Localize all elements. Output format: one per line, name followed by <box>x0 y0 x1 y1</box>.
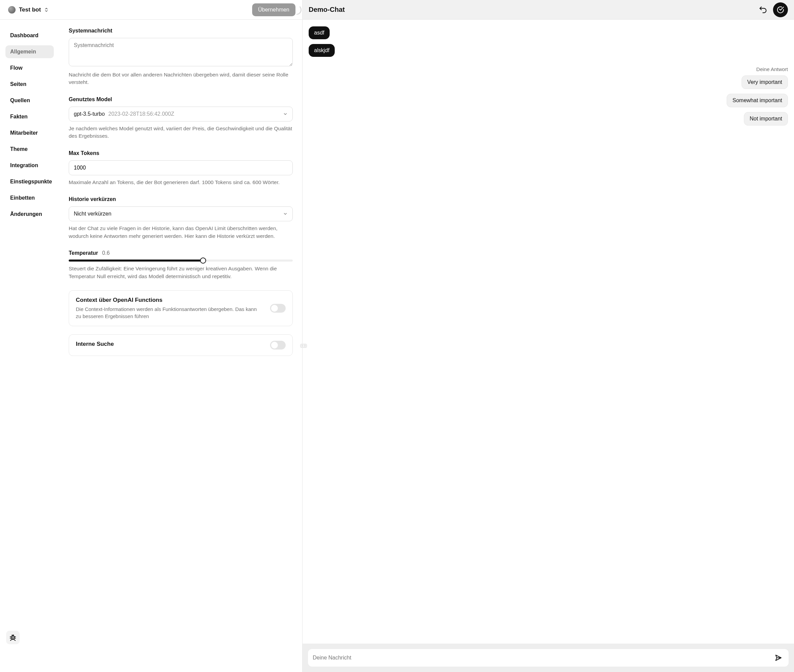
model-help: Je nachdem welches Model genutzt wird, v… <box>69 125 293 140</box>
send-button[interactable] <box>773 652 784 663</box>
bug-icon <box>9 634 17 642</box>
max-tokens-input[interactable] <box>69 160 293 175</box>
internal-search-title: Interne Suche <box>76 341 263 347</box>
chevron-down-icon <box>283 112 288 117</box>
history-help: Hat der Chat zu viele Fragen in der Hist… <box>69 225 293 240</box>
context-functions-title: Context über OpenAI Functions <box>76 297 263 304</box>
max-tokens-label: Max Tokens <box>69 150 293 156</box>
sidebar-item-allgemein[interactable]: Allgemein <box>5 45 54 58</box>
demo-chat-title: Demo-Chat <box>309 6 345 14</box>
bot-message: asdf <box>309 26 330 39</box>
answer-option[interactable]: Somewhat important <box>727 94 788 107</box>
slider-fill <box>69 259 203 262</box>
check-circle-icon <box>776 6 784 14</box>
sidebar-item-quellen[interactable]: Quellen <box>5 94 54 107</box>
system-message-input[interactable] <box>69 38 293 66</box>
bot-selector[interactable]: Test bot <box>8 6 48 14</box>
sidebar-item-integration[interactable]: Integration <box>5 159 54 172</box>
panel-resize-handle[interactable]: ⋮⋮ <box>300 344 307 348</box>
model-value: gpt-3.5-turbo <box>74 111 105 117</box>
sidebar-item-aenderungen[interactable]: Änderungen <box>5 208 54 221</box>
temperature-value: 0.6 <box>102 250 110 256</box>
toggle-thumb <box>271 305 278 312</box>
answer-option[interactable]: Very important <box>741 75 788 89</box>
apply-button[interactable]: Übernehmen <box>252 3 296 16</box>
bot-name: Test bot <box>19 6 41 13</box>
internal-search-toggle[interactable] <box>270 341 286 350</box>
temperature-help: Steuert die Zufälligkeit: Eine Verringer… <box>69 265 293 280</box>
sidebar-item-mitarbeiter[interactable]: Mitarbeiter <box>5 126 54 139</box>
sidebar-item-theme[interactable]: Theme <box>5 143 54 156</box>
sidebar-item-seiten[interactable]: Seiten <box>5 78 54 91</box>
send-icon <box>774 654 783 662</box>
model-date: 2023-02-28T18:56:42.000Z <box>108 111 174 117</box>
context-functions-desc: Die Context-Informationen werden als Fun… <box>76 306 263 320</box>
chat-panel: ⋮⋮ asdf alskjdf Deine Antwort Very impor… <box>302 20 794 672</box>
sidebar-item-flow[interactable]: Flow <box>5 62 54 74</box>
context-functions-toggle[interactable] <box>270 304 286 313</box>
sidebar-item-einstiegspunkte[interactable]: Einstiegspunkte <box>5 175 54 188</box>
bot-message: alskjdf <box>309 44 335 57</box>
undo-icon <box>759 5 768 14</box>
sidebar-item-fakten[interactable]: Fakten <box>5 110 54 123</box>
model-select[interactable]: gpt-3.5-turbo 2023-02-28T18:56:42.000Z <box>69 107 293 122</box>
system-message-label: Systemnachricht <box>69 28 293 34</box>
answer-option[interactable]: Not important <box>744 112 788 126</box>
answer-label: Deine Antwort <box>309 66 788 72</box>
undo-button[interactable] <box>757 4 769 16</box>
bot-avatar <box>8 6 16 14</box>
slider-thumb[interactable] <box>200 258 206 264</box>
temperature-label: Temperatur <box>69 250 98 256</box>
system-message-help: Nachricht die dem Bot vor allen anderen … <box>69 71 293 86</box>
history-label: Historie verkürzen <box>69 196 293 202</box>
bug-report-button[interactable] <box>6 631 20 644</box>
model-label: Genutztes Model <box>69 96 293 102</box>
settings-content: Systemnachricht Nachricht die dem Bot vo… <box>59 20 302 672</box>
history-select[interactable]: Nicht verkürzen <box>69 206 293 221</box>
toggle-thumb <box>271 342 278 349</box>
history-value: Nicht verkürzen <box>74 211 111 217</box>
sidebar-item-dashboard[interactable]: Dashboard <box>5 29 54 42</box>
confirm-button[interactable] <box>773 2 788 17</box>
temperature-slider[interactable] <box>69 259 293 262</box>
chat-messages: asdf alskjdf Deine Antwort Very importan… <box>303 20 794 643</box>
sidebar: Dashboard Allgemein Flow Seiten Quellen … <box>0 20 59 672</box>
chat-input[interactable] <box>313 655 773 661</box>
sidebar-item-einbetten[interactable]: Einbetten <box>5 192 54 204</box>
updown-chevron-icon <box>44 7 48 13</box>
chevron-down-icon <box>283 211 288 216</box>
max-tokens-help: Maximale Anzahl an Tokens, die der Bot g… <box>69 179 293 186</box>
